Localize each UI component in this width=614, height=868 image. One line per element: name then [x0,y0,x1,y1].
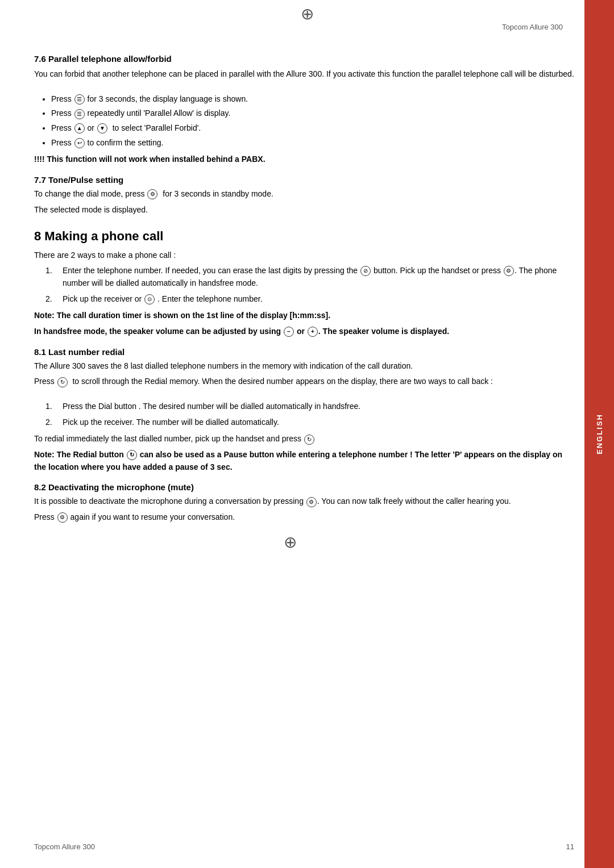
vol-down-icon: − [284,327,294,337]
section-8-intro: There are 2 ways to make a phone call : [34,249,574,262]
section-76-bullet2: Press ☰ repeatedly until 'Parallel Allow… [51,107,574,120]
section-8-note1: Note: The call duration timer is shown o… [34,310,574,322]
confirm-icon: ↩ [74,138,85,148]
erase-icon: ⊘ [360,266,371,276]
sidebar: ENGLISH [584,0,614,868]
receiver-icon: ⊙ [144,294,155,304]
redial-pause-icon: ↻ [127,450,137,460]
brand-top: Topcom Allure 300 [502,23,563,31]
section-81-para3: To redial immediately the last dialled n… [34,433,574,445]
section-81-item2: 2. Pick up the receiver. The number will… [34,416,574,429]
section-81-para1: The Allure 300 saves the 8 last dialled … [34,360,574,373]
section-8-item2: 2. Pick up the receiver or ⊙ . Enter the… [34,293,574,306]
section-76-para1: You can forbid that another telephone ca… [34,68,574,81]
brand-bottom: Topcom Allure 300 [34,842,95,851]
section-76-warning: !!!! This function will not work when in… [34,153,574,166]
section-81-list: 1. Press the Dial button . The desired n… [34,400,574,428]
redial-scroll-icon: ↻ [57,377,68,387]
page: ⊕ Topcom Allure 300 ENGLISH 7.6 Parallel… [0,0,614,868]
page-number: 11 [566,842,574,851]
mute-resume-icon: ⚙ [57,512,68,523]
section-77-para1: To change the dial mode, press ⚙ for 3 s… [34,188,574,201]
section-77-heading: 7.7 Tone/Pulse setting [34,175,574,185]
bottom-arrow-icon: ⊕ [0,527,580,557]
section-82-heading: 8.2 Deactivating the microphone (mute) [34,482,574,492]
section-77-para2: The selected mode is displayed. [34,204,574,216]
section-82-para2: Press ⚙ again if you want to resume your… [34,511,574,524]
menu-button-icon2: ☰ [74,109,85,119]
section-81-item1: 1. Press the Dial button . The desired n… [34,400,574,413]
section-8-list: 1. Enter the telephone number. If needed… [34,265,574,305]
main-content: 7.6 Parallel telephone allow/forbid You … [34,26,574,527]
up-arrow-icon: ▲ [74,123,85,133]
mute-icon: ⚙ [306,497,317,507]
section-76-bullet3: Press ▲ or ▼ to select 'Parallel Forbid'… [51,122,574,135]
section-76-bullet1: Press ☰ for 3 seconds, the display langu… [51,93,574,106]
section-76-list: Press ☰ for 3 seconds, the display langu… [51,93,574,149]
menu-button-icon: ☰ [74,94,85,105]
section-8-note2: In handsfree mode, the speaker volume ca… [34,326,574,338]
dial-mode-icon: ⚙ [147,189,157,199]
vol-up-icon: + [308,327,318,337]
section-76-bullet4: Press ↩ to confirm the setting. [51,137,574,149]
dial-icon: ⚙ [504,266,514,276]
section-8-item1: 1. Enter the telephone number. If needed… [34,265,574,289]
section-81-para2: Press ↻ to scroll through the Redial mem… [34,375,574,388]
section-81-note: Note: The Redial button ↻ can also be us… [34,449,574,473]
footer: Topcom Allure 300 11 [34,842,574,851]
section-76-heading: 7.6 Parallel telephone allow/forbid [34,54,574,64]
top-arrow-icon: ⊕ [0,0,614,26]
redial-icon: ↻ [304,435,314,445]
section-82-para1: It is possible to deactivate the microph… [34,495,574,508]
section-81-heading: 8.1 Last number redial [34,347,574,357]
sidebar-label: ENGLISH [595,414,604,454]
down-arrow-icon: ▼ [97,123,107,133]
section-8-heading: 8 Making a phone call [34,229,574,244]
